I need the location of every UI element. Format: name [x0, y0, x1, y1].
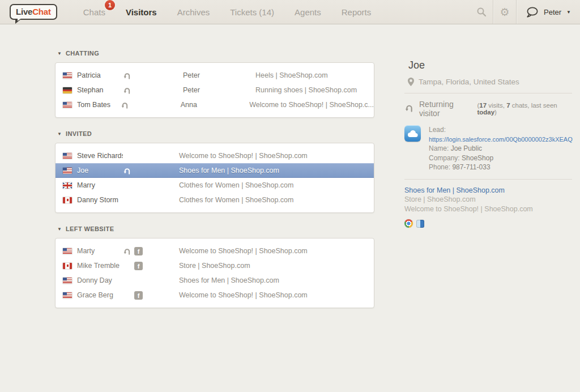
- section-invited: ▼INVITEDSteve RichardsWelcome to ShoeSho…: [55, 130, 374, 213]
- nav-item-archives[interactable]: Archives: [177, 1, 210, 23]
- nav-item-label: Archives: [177, 7, 210, 17]
- chevron-down-icon: ▼: [566, 10, 571, 15]
- us-flag-icon: [63, 248, 72, 254]
- returning-visitor-icon: [121, 101, 132, 109]
- visitor-row-grace-berg[interactable]: Grace BergfWelcome to ShoeShop! | ShoeSh…: [56, 288, 374, 302]
- visitor-location: Tampa, Florida, United States: [419, 78, 519, 86]
- us-flag-icon: [63, 292, 72, 299]
- de-flag-icon: [63, 87, 72, 93]
- visited-page-link[interactable]: Welcome to ShoeShop! | ShoeShop.com: [404, 204, 574, 214]
- visitor-row-stephan[interactable]: StephanPeterRunning shoes | ShoeShop.com: [56, 83, 374, 97]
- topbar-right: ⚙ Peter ▼: [470, 0, 580, 24]
- returning-visitor-icon: [123, 247, 134, 255]
- collapse-caret-icon: ▼: [57, 131, 62, 137]
- lead-phone-row: Phone: 987-711-033: [429, 163, 574, 172]
- section-chatting: ▼CHATTINGPatriciaPeterHeels | ShoeShop.c…: [55, 49, 374, 118]
- facebook-icon: f: [134, 262, 147, 270]
- returning-visitor-label: Returning visitor: [419, 100, 474, 118]
- divider: [404, 93, 572, 93]
- visitor-row-danny-storm[interactable]: Danny StormClothes for Women | ShoeShop.…: [56, 193, 374, 207]
- section-left-website: ▼LEFT WEBSITEMartyfWelcome to ShoeShop! …: [55, 225, 374, 308]
- returning-visitor-row: Returning visitor (17 visits, 7 chats, l…: [404, 100, 574, 118]
- facebook-icon: f: [134, 247, 147, 255]
- visit-topic: Welcome to ShoeShop! | ShoeShop.com: [179, 291, 308, 299]
- chrome-browser-icon: [404, 219, 413, 228]
- salesforce-lead-block: Lead: https://login.salesforce.com/00Qb0…: [404, 125, 574, 172]
- section-title: CHATTING: [66, 50, 99, 57]
- nav-item-reports[interactable]: Reports: [342, 1, 372, 23]
- returning-visitor-icon: [123, 71, 134, 80]
- ca-flag-icon: [63, 197, 72, 203]
- visited-page-link[interactable]: Shoes for Men | ShoeShop.com: [404, 186, 574, 195]
- section-title: LEFT WEBSITE: [66, 225, 114, 232]
- us-flag-icon: [63, 168, 72, 174]
- section-card-chatting: PatriciaPeterHeels | ShoeShop.comStephan…: [55, 62, 374, 118]
- visit-topic: Welcome to ShoeShop! | ShoeShop.c...: [249, 101, 374, 109]
- collapse-caret-icon: ▼: [57, 51, 62, 56]
- nav-item-visitors[interactable]: Visitors: [126, 1, 157, 23]
- section-header-invited[interactable]: ▼INVITED: [57, 130, 374, 138]
- visitor-environment: [404, 219, 574, 228]
- visitor-name: Steve Richards: [77, 152, 123, 160]
- lead-info: Lead: https://login.salesforce.com/00Qb0…: [429, 125, 574, 172]
- visit-topic: Shoes for Men | ShoeShop.com: [179, 276, 279, 284]
- visit-topic: Heels | ShoeShop.com: [255, 71, 328, 79]
- returning-visitor-icon: [404, 103, 414, 115]
- us-flag-icon: [63, 102, 72, 108]
- chat-bubble-icon: [526, 7, 539, 18]
- visitor-row-tom-bates[interactable]: Tom BatesAnnaWelcome to ShoeShop! | Shoe…: [56, 97, 374, 112]
- visitor-name: Grace Berg: [77, 291, 123, 299]
- user-name: Peter: [544, 8, 561, 16]
- main-nav: Chats1VisitorsArchivesTickets (14)Agents…: [73, 1, 382, 23]
- nav-item-tickets-14[interactable]: Tickets (14): [230, 1, 274, 23]
- user-menu[interactable]: Peter ▼: [517, 0, 580, 24]
- visitor-row-marry[interactable]: MarryClothes for Women | ShoeShop.com: [56, 178, 374, 193]
- visitor-name: Danny Storm: [77, 196, 123, 204]
- livechat-logo[interactable]: LiveChat: [10, 4, 57, 20]
- section-header-chatting[interactable]: ▼CHATTING: [57, 49, 374, 57]
- visited-page-link[interactable]: Store | ShoeShop.com: [404, 195, 574, 204]
- search-icon: [476, 7, 487, 17]
- search-button[interactable]: [470, 0, 493, 24]
- visit-topic: Store | ShoeShop.com: [179, 262, 250, 270]
- visitor-name: Tom Bates: [77, 101, 121, 109]
- assigned-agent-name: Peter: [183, 86, 251, 94]
- visit-topic: Running shoes | ShoeShop.com: [255, 86, 357, 94]
- lead-url-row: Lead: https://login.salesforce.com/00Qb0…: [429, 125, 574, 144]
- visitor-row-donny-day[interactable]: Donny DayShoes for Men | ShoeShop.com: [56, 273, 374, 288]
- visitor-details-panel: Joe Tampa, Florida, United States Return…: [404, 59, 574, 228]
- logo-text-live: Live: [16, 7, 32, 16]
- visitor-stats: (17 visits, 7 chats, last seen today): [477, 102, 574, 116]
- visitor-name: Patricia: [77, 71, 123, 79]
- nav-item-chats[interactable]: Chats1: [83, 1, 105, 23]
- visitor-name: Joe: [77, 167, 123, 174]
- divider: [404, 179, 572, 180]
- us-flag-icon: [63, 278, 72, 284]
- section-title: INVITED: [66, 130, 92, 137]
- gb-flag-icon: [63, 182, 72, 189]
- visitor-row-steve-richards[interactable]: Steve RichardsWelcome to ShoeShop! | Sho…: [56, 148, 374, 163]
- visit-topic: Clothes for Women | ShoeShop.com: [179, 196, 293, 204]
- salesforce-icon: [404, 125, 421, 142]
- visitor-name: Marty: [77, 247, 123, 255]
- section-header-left-website[interactable]: ▼LEFT WEBSITE: [57, 225, 374, 233]
- nav-item-label: Agents: [295, 7, 321, 17]
- topbar: LiveChat Chats1VisitorsArchivesTickets (…: [0, 0, 580, 24]
- lead-company-row: Company: ShoeShop: [429, 154, 574, 163]
- nav-item-label: Chats: [83, 7, 105, 17]
- lead-url-link[interactable]: https://login.salesforce.com/00Qb0000002…: [429, 136, 573, 143]
- visitor-row-marty[interactable]: MartyfWelcome to ShoeShop! | ShoeShop.co…: [56, 244, 374, 258]
- visitor-row-mike-tremble[interactable]: Mike TremblefStore | ShoeShop.com: [56, 258, 374, 273]
- visited-pages-list: Shoes for Men | ShoeShop.comStore | Shoe…: [404, 186, 574, 214]
- logo-text-chat: Chat: [32, 7, 51, 16]
- visitor-name: Donny Day: [77, 276, 123, 284]
- section-card-left-website: MartyfWelcome to ShoeShop! | ShoeShop.co…: [55, 238, 374, 308]
- visitor-row-joe[interactable]: JoeShoes for Men | ShoeShop.com: [56, 163, 374, 178]
- visitor-row-patricia[interactable]: PatriciaPeterHeels | ShoeShop.com: [56, 68, 374, 83]
- nav-item-agents[interactable]: Agents: [295, 1, 321, 23]
- visitor-name: Mike Tremble: [77, 262, 123, 270]
- settings-button[interactable]: ⚙: [493, 0, 516, 24]
- visitor-location-row: Tampa, Florida, United States: [404, 78, 574, 86]
- section-card-invited: Steve RichardsWelcome to ShoeShop! | Sho…: [55, 143, 374, 213]
- visitor-name: Stephan: [77, 86, 123, 94]
